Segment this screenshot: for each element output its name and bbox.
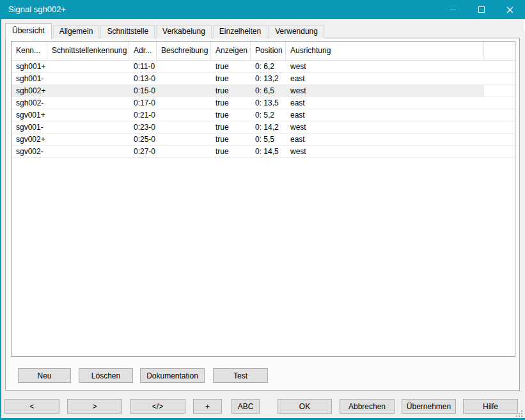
maximize-icon xyxy=(478,6,485,13)
cell-beschreibung xyxy=(157,97,211,109)
cell-schnittstellenkennung xyxy=(47,73,129,84)
cell-anzeigen: true xyxy=(211,121,251,133)
cell-adresse: 0:17-0 xyxy=(129,97,157,109)
help-button[interactable]: Hilfe xyxy=(463,399,518,414)
close-button[interactable] xyxy=(496,0,524,19)
cell-kennung: sgh001- xyxy=(12,73,47,84)
cell-adresse: 0:11-0 xyxy=(129,61,157,72)
signals-table: Kenn... Schnittstellenkennung Adr... Bes… xyxy=(11,41,515,357)
cell-anzeigen: true xyxy=(211,97,251,109)
cell-ausrichtung: east xyxy=(286,134,484,145)
resize-grip[interactable] xyxy=(516,410,522,417)
cell-empty xyxy=(484,109,515,121)
cell-anzeigen: true xyxy=(211,73,251,84)
cell-beschreibung xyxy=(157,109,211,121)
cell-ausrichtung: east xyxy=(286,73,484,84)
cell-position: 0: 13,2 xyxy=(251,73,286,84)
cell-kennung: sgv002- xyxy=(12,146,47,157)
cell-adresse: 0:13-0 xyxy=(129,73,157,84)
column-header-schnittstellenkennung[interactable]: Schnittstellenkennung xyxy=(47,42,129,60)
cell-beschreibung xyxy=(157,134,211,145)
test-button[interactable]: Test xyxy=(213,368,268,383)
cell-schnittstellenkennung xyxy=(47,109,129,121)
column-header-kennung[interactable]: Kenn... xyxy=(12,42,47,60)
cell-adresse: 0:25-0 xyxy=(129,134,157,145)
column-header-position[interactable]: Position xyxy=(251,42,286,60)
tab-verwendung[interactable]: Verwendung xyxy=(269,25,324,38)
cell-kennung: sgv002+ xyxy=(12,134,47,145)
cell-ausrichtung: west xyxy=(286,61,484,72)
table-row[interactable]: sgh001+ 0:11-0 true 0: 6,2 west xyxy=(12,61,515,73)
plus-button[interactable]: + xyxy=(193,399,222,414)
column-header-adresse[interactable]: Adr... xyxy=(129,42,157,60)
cell-empty xyxy=(484,134,515,145)
cell-adresse: 0:21-0 xyxy=(129,109,157,121)
documentation-button[interactable]: Dokumentation xyxy=(140,368,205,383)
table-row[interactable]: sgv001- 0:23-0 true 0: 14,2 west xyxy=(12,121,515,134)
table-row-selected[interactable]: sgh002+ 0:15-0 true 0: 6,5 west xyxy=(12,85,515,97)
cell-ausrichtung: east xyxy=(286,109,484,121)
cell-position: 0: 5,5 xyxy=(251,134,286,145)
cell-anzeigen: true xyxy=(211,61,251,72)
window-border-left xyxy=(0,19,1,420)
cell-beschreibung xyxy=(157,85,211,97)
cell-beschreibung xyxy=(157,73,211,84)
tab-page-uebersicht: Kenn... Schnittstellenkennung Adr... Bes… xyxy=(5,38,520,391)
cell-anzeigen: true xyxy=(211,146,251,157)
cell-empty xyxy=(484,85,515,97)
window-title: Signal sgh002+ xyxy=(8,0,66,19)
cell-empty xyxy=(484,146,515,157)
tab-einzelheiten[interactable]: Einzelheiten xyxy=(213,25,267,38)
cell-kennung: sgv001- xyxy=(12,121,47,133)
cell-kennung: sgh001+ xyxy=(12,61,47,72)
titlebar: Signal sgh002+ xyxy=(0,0,525,19)
cell-schnittstellenkennung xyxy=(47,97,129,109)
cell-position: 0: 14,2 xyxy=(251,121,286,133)
tab-uebersicht[interactable]: Übersicht xyxy=(5,23,52,39)
column-header-anzeigen[interactable]: Anzeigen xyxy=(211,42,251,60)
cell-position: 0: 13,5 xyxy=(251,97,286,109)
next-button[interactable]: > xyxy=(67,399,122,414)
abc-button[interactable]: ABC xyxy=(231,399,260,414)
cell-schnittstellenkennung xyxy=(47,61,129,72)
cell-schnittstellenkennung xyxy=(47,134,129,145)
maximize-button[interactable] xyxy=(467,0,496,19)
cell-position: 0: 5,2 xyxy=(251,109,286,121)
cell-empty xyxy=(484,121,515,133)
minimize-icon xyxy=(450,10,456,10)
cell-schnittstellenkennung xyxy=(47,146,129,157)
tab-strip: Übersicht Allgemein Schnittstelle Verkab… xyxy=(5,23,325,38)
tab-verkabelung[interactable]: Verkabelung xyxy=(156,25,212,38)
cell-beschreibung xyxy=(157,61,211,72)
apply-button[interactable]: Übernehmen xyxy=(402,399,456,414)
dialog-window: Signal sgh002+ Übersicht Allgemein Schni… xyxy=(0,0,525,420)
tab-schnittstelle[interactable]: Schnittstelle xyxy=(100,25,155,38)
cell-schnittstellenkennung xyxy=(47,121,129,133)
ok-button[interactable]: OK xyxy=(278,399,332,414)
cell-ausrichtung: west xyxy=(286,85,484,97)
cell-adresse: 0:23-0 xyxy=(129,121,157,133)
cell-empty xyxy=(484,61,515,72)
new-button[interactable]: Neu xyxy=(18,368,71,383)
table-row[interactable]: sgv002+ 0:25-0 true 0: 5,5 east xyxy=(12,134,515,146)
tab-allgemein[interactable]: Allgemein xyxy=(53,25,100,38)
code-view-button[interactable]: </> xyxy=(130,399,185,414)
close-icon xyxy=(506,6,513,13)
previous-button[interactable]: < xyxy=(4,399,59,414)
cell-empty xyxy=(484,73,515,84)
cell-ausrichtung: west xyxy=(286,146,484,157)
table-row[interactable]: sgv001+ 0:21-0 true 0: 5,2 east xyxy=(12,109,515,121)
cell-anzeigen: true xyxy=(211,85,251,97)
minimize-button xyxy=(438,0,467,19)
cell-kennung: sgv001+ xyxy=(12,109,47,121)
cell-anzeigen: true xyxy=(211,109,251,121)
column-header-beschreibung[interactable]: Beschreibung xyxy=(157,42,211,60)
table-row[interactable]: sgh001- 0:13-0 true 0: 13,2 east xyxy=(12,73,515,85)
column-header-ausrichtung[interactable]: Ausrichtung xyxy=(286,42,484,60)
caption-buttons xyxy=(438,0,524,19)
delete-button[interactable]: Löschen xyxy=(79,368,133,383)
cell-ausrichtung: west xyxy=(286,121,484,133)
table-row[interactable]: sgh002- 0:17-0 true 0: 13,5 east xyxy=(12,97,515,109)
table-row[interactable]: sgv002- 0:27-0 true 0: 14,5 west xyxy=(12,146,515,158)
cancel-button[interactable]: Abbrechen xyxy=(340,399,395,414)
